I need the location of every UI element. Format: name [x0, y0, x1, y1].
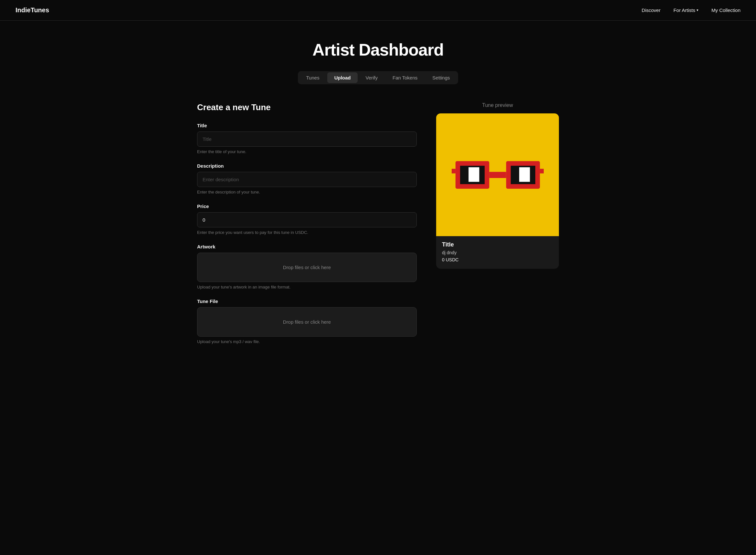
- preview-artwork: [436, 114, 559, 236]
- tabs-container: Tunes Upload Verify Fan Tokens Settings: [197, 71, 559, 84]
- tab-fan-tokens[interactable]: Fan Tokens: [385, 72, 424, 83]
- preview-label: Tune preview: [436, 102, 559, 108]
- svg-rect-8: [540, 169, 544, 173]
- price-label: Price: [197, 204, 417, 209]
- site-logo[interactable]: IndieTunes: [15, 6, 49, 14]
- price-hint: Enter the price you want users to pay fo…: [197, 230, 417, 235]
- preview-title: Title: [442, 241, 553, 248]
- artwork-label: Artwork: [197, 244, 417, 249]
- artwork-group: Artwork Drop files or click here Upload …: [197, 244, 417, 290]
- svg-rect-2: [468, 167, 479, 181]
- nav-links: Discover For Artists ▾ My Collection: [642, 7, 741, 13]
- preview-section: Tune preview: [436, 102, 559, 269]
- create-section-title: Create a new Tune: [197, 102, 417, 113]
- tune-file-dropzone[interactable]: Drop files or click here: [197, 307, 417, 337]
- title-group: Title Enter the title of your tune.: [197, 123, 417, 154]
- tab-verify[interactable]: Verify: [358, 72, 385, 83]
- nav-item-for-artists[interactable]: For Artists ▾: [673, 7, 699, 13]
- form-preview-layout: Create a new Tune Title Enter the title …: [197, 102, 559, 353]
- chevron-down-icon: ▾: [697, 8, 699, 12]
- svg-rect-3: [489, 172, 506, 178]
- nav-item-discover[interactable]: Discover: [642, 7, 660, 13]
- artwork-dropzone[interactable]: Drop files or click here: [197, 253, 417, 282]
- tune-file-label: Tune File: [197, 299, 417, 304]
- preview-card: Title dj dndy 0 USDC: [436, 114, 559, 269]
- navbar: IndieTunes Discover For Artists ▾ My Col…: [0, 0, 756, 21]
- tab-tunes[interactable]: Tunes: [299, 72, 327, 83]
- description-label: Description: [197, 163, 417, 169]
- preview-price: 0 USDC: [442, 257, 553, 262]
- description-group: Description Enter the description of you…: [197, 163, 417, 195]
- tune-file-group: Tune File Drop files or click here Uploa…: [197, 299, 417, 344]
- svg-rect-6: [519, 167, 530, 181]
- title-hint: Enter the title of your tune.: [197, 149, 417, 154]
- svg-rect-7: [452, 169, 456, 173]
- tab-upload[interactable]: Upload: [327, 72, 358, 83]
- price-input[interactable]: [197, 212, 417, 227]
- form-section: Create a new Tune Title Enter the title …: [197, 102, 417, 353]
- artwork-hint: Upload your tune's artwork in an image f…: [197, 285, 417, 290]
- tab-settings[interactable]: Settings: [425, 72, 457, 83]
- title-label: Title: [197, 123, 417, 128]
- description-input[interactable]: [197, 172, 417, 187]
- tabs: Tunes Upload Verify Fan Tokens Settings: [298, 71, 458, 84]
- tune-file-hint: Upload your tune's mp3 / wav file.: [197, 339, 417, 344]
- price-group: Price Enter the price you want users to …: [197, 204, 417, 235]
- description-hint: Enter the description of your tune.: [197, 189, 417, 195]
- preview-artist: dj dndy: [442, 250, 553, 255]
- nav-item-my-collection[interactable]: My Collection: [711, 7, 741, 13]
- main-content: Artist Dashboard Tunes Upload Verify Fan…: [184, 21, 572, 379]
- preview-info: Title dj dndy 0 USDC: [436, 236, 559, 262]
- artwork-logo-icon: [452, 129, 544, 221]
- page-title: Artist Dashboard: [197, 40, 559, 59]
- title-input[interactable]: [197, 131, 417, 147]
